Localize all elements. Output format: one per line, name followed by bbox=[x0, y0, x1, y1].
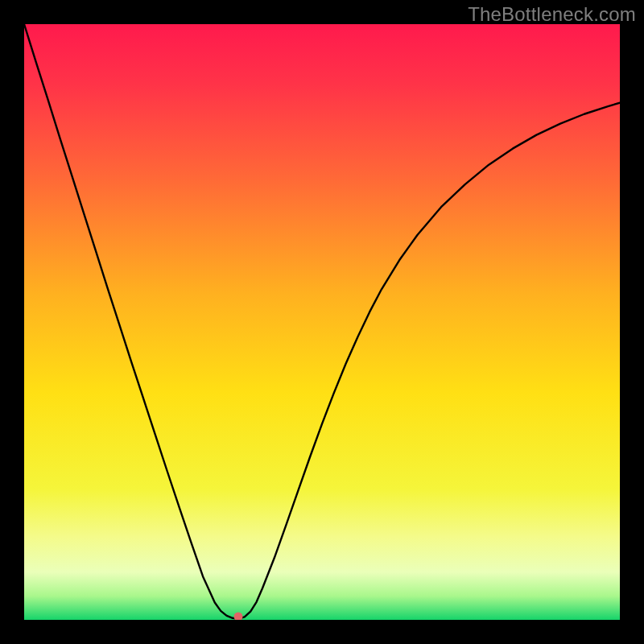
plot-area bbox=[24, 24, 620, 620]
bottleneck-curve bbox=[24, 24, 620, 620]
chart-frame: TheBottleneck.com bbox=[0, 0, 644, 644]
optimum-marker bbox=[234, 613, 243, 620]
watermark-text: TheBottleneck.com bbox=[468, 3, 636, 26]
